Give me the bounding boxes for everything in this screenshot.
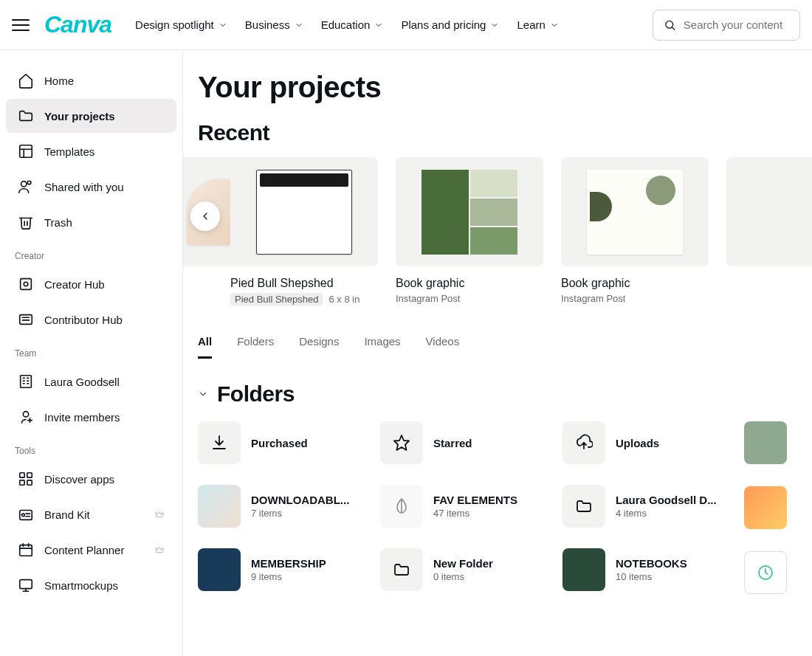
search-input[interactable] — [684, 18, 789, 31]
card-meta: Instagram Post — [396, 293, 543, 304]
folder-name: MEMBERSHIP — [251, 557, 326, 570]
templates-icon — [18, 143, 34, 159]
folder-thumbnail-partial[interactable] — [744, 421, 787, 464]
sidebar-item-discover-apps[interactable]: Discover apps — [6, 462, 176, 496]
folder-new-folder[interactable]: New Folder 0 items — [380, 548, 561, 591]
recent-card[interactable]: Book graphic Instagram Post — [396, 157, 543, 305]
nav-label: Education — [321, 18, 371, 31]
folder-name: FAV ELEMENTS — [433, 494, 517, 506]
menu-icon[interactable] — [12, 16, 30, 34]
nav-label: Business — [245, 18, 290, 31]
sidebar-label: Invite members — [44, 411, 120, 424]
folder-count: 10 items — [616, 571, 687, 582]
folder-count: 9 items — [251, 571, 326, 582]
contributor-icon — [18, 311, 34, 328]
header-nav: Design spotlight Business Education Plan… — [135, 18, 647, 31]
nav-plans-pricing[interactable]: Plans and pricing — [401, 18, 499, 31]
sidebar-label: Discover apps — [44, 473, 114, 486]
folder-thumbnail — [380, 485, 423, 528]
svg-rect-9 — [20, 315, 32, 325]
folder-purchased[interactable]: Purchased — [198, 421, 379, 464]
sidebar-item-invite[interactable]: Invite members — [6, 400, 176, 434]
folder-thumbnail-partial[interactable] — [744, 551, 787, 594]
folder-icon — [393, 561, 410, 579]
chevron-down-icon — [490, 21, 499, 30]
folder-downloadable[interactable]: DOWNLOADABL... 7 items — [198, 485, 379, 528]
trash-icon — [18, 214, 34, 230]
svg-marker-35 — [394, 435, 409, 450]
folder-thumbnail — [562, 421, 605, 464]
svg-point-27 — [22, 514, 25, 517]
tab-videos[interactable]: Videos — [426, 335, 460, 359]
nav-business[interactable]: Business — [245, 18, 303, 31]
canva-logo[interactable]: Canva — [44, 11, 111, 38]
shared-icon — [18, 179, 34, 195]
folders-section-header[interactable]: Folders — [198, 381, 812, 407]
svg-point-5 — [21, 182, 27, 187]
sidebar: Home Your projects Templates Shared with… — [0, 50, 183, 656]
scroll-left-button[interactable] — [190, 201, 220, 231]
sidebar-label: Creator Hub — [44, 278, 105, 291]
top-header: Canva Design spotlight Business Educatio… — [0, 0, 812, 50]
folder-icon — [18, 108, 34, 124]
sidebar-item-your-projects[interactable]: Your projects — [6, 99, 176, 133]
svg-point-8 — [24, 282, 28, 286]
card-meta: Instagram Post — [561, 293, 709, 304]
svg-rect-28 — [20, 545, 32, 556]
chevron-down-icon — [374, 21, 383, 30]
folder-fav-elements[interactable]: FAV ELEMENTS 47 items — [380, 485, 561, 528]
sidebar-item-brand-kit[interactable]: Brand Kit — [6, 497, 176, 531]
folder-starred[interactable]: Starred — [380, 421, 561, 464]
card-title: Book graphic — [396, 277, 543, 290]
card-thumbnail — [561, 157, 709, 266]
folder-notebooks[interactable]: NOTEBOOKS 10 items — [562, 548, 743, 591]
chevron-down-icon — [295, 21, 303, 30]
sidebar-item-team-member[interactable]: Laura Goodsell — [6, 365, 176, 398]
folder-icon — [575, 497, 593, 515]
sidebar-item-shared[interactable]: Shared with you — [6, 170, 176, 204]
sidebar-item-templates[interactable]: Templates — [6, 134, 176, 168]
chevron-down-icon — [550, 21, 559, 30]
sidebar-item-smartmockups[interactable]: Smartmockups — [6, 568, 176, 602]
folder-thumbnail — [198, 548, 241, 591]
svg-point-6 — [27, 181, 31, 184]
download-icon — [210, 434, 228, 452]
sidebar-item-content-planner[interactable]: Content Planner — [6, 533, 176, 567]
tab-designs[interactable]: Designs — [299, 335, 339, 359]
sidebar-item-home[interactable]: Home — [6, 63, 176, 97]
apps-icon — [18, 471, 34, 487]
sidebar-item-contributor-hub[interactable]: Contributor Hub — [6, 303, 176, 336]
folder-membership[interactable]: MEMBERSHIP 9 items — [198, 548, 379, 591]
crown-icon — [154, 509, 165, 519]
folder-name: Purchased — [251, 437, 308, 449]
nav-design-spotlight[interactable]: Design spotlight — [135, 18, 227, 31]
recent-card[interactable]: Pied Bull Shepshed Pied Bull Shepshed 6 … — [230, 157, 378, 305]
recent-card[interactable]: ic st — [183, 157, 213, 305]
folder-uploads[interactable]: Uploads — [562, 421, 743, 464]
card-title: Pied Bull Shepshed — [230, 277, 378, 290]
tab-folders[interactable]: Folders — [237, 335, 274, 359]
recent-card[interactable]: Book graphic Instagram Post — [561, 157, 709, 305]
tab-all[interactable]: All — [198, 335, 212, 359]
folder-laura-goodsell[interactable]: Laura Goodsell D... 4 items — [562, 485, 743, 528]
recent-card[interactable] — [726, 157, 749, 305]
search-box[interactable] — [653, 10, 800, 41]
card-thumbnail — [726, 157, 812, 266]
folder-count: 0 items — [433, 571, 493, 582]
card-title: Book graphic — [561, 277, 709, 290]
crown-icon — [154, 545, 165, 555]
sidebar-item-trash[interactable]: Trash — [6, 205, 176, 239]
sidebar-item-creator-hub[interactable]: Creator Hub — [6, 267, 176, 301]
tab-images[interactable]: Images — [364, 335, 400, 359]
card-chip: Pied Bull Shepshed — [230, 293, 323, 305]
folder-count: 7 items — [251, 508, 349, 519]
nav-learn[interactable]: Learn — [517, 18, 558, 31]
nav-education[interactable]: Education — [321, 18, 384, 31]
chevron-left-icon — [199, 210, 211, 222]
card-thumbnail — [396, 157, 543, 266]
svg-line-1 — [672, 27, 675, 30]
sidebar-label: Shared with you — [44, 181, 124, 193]
folder-thumbnail-partial[interactable] — [744, 486, 787, 529]
content-tabs: All Folders Designs Images Videos — [198, 335, 812, 359]
main-content: Your projects Recent ic st Pied Bull She… — [183, 50, 812, 656]
